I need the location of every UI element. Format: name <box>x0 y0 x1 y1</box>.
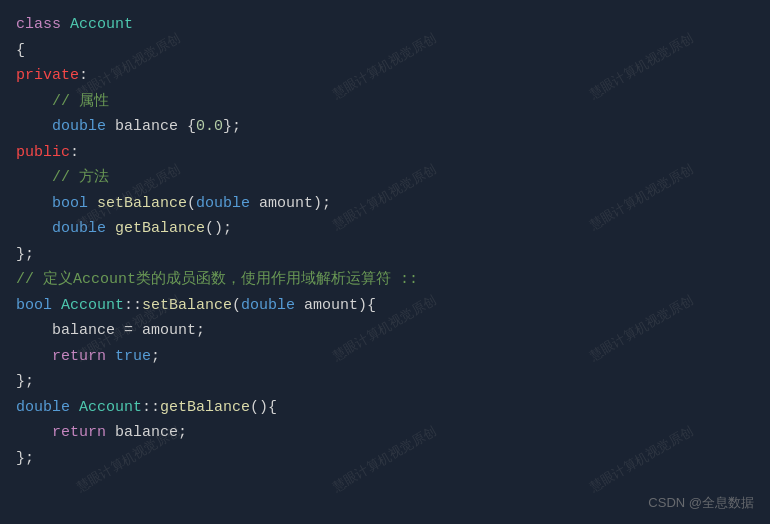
code-token: balance = amount; <box>16 322 205 339</box>
code-token: balance <box>106 118 187 135</box>
code-token: amount){ <box>295 297 376 314</box>
code-line: public: <box>16 140 754 166</box>
code-token <box>16 195 52 212</box>
code-token: ; <box>151 348 160 365</box>
code-token: setBalance <box>97 195 187 212</box>
code-token: : <box>70 144 79 161</box>
code-token <box>88 195 97 212</box>
code-token: public <box>16 144 70 161</box>
code-line: // 定义Account类的成员函数，使用作用域解析运算符 :: <box>16 267 754 293</box>
code-token: { <box>187 118 196 135</box>
code-token: return <box>52 348 106 365</box>
code-token: }; <box>16 246 34 263</box>
code-token: ( <box>232 297 241 314</box>
code-token: Account <box>79 399 142 416</box>
code-token: (){ <box>250 399 277 416</box>
code-token: ( <box>187 195 196 212</box>
code-token: double <box>52 220 106 237</box>
code-token <box>16 348 52 365</box>
code-token: double <box>196 195 250 212</box>
code-token: class <box>16 16 70 33</box>
code-line: // 方法 <box>16 165 754 191</box>
code-line: double balance {0.0}; <box>16 114 754 140</box>
code-line: balance = amount; <box>16 318 754 344</box>
csdn-badge: CSDN @全息数据 <box>648 494 754 512</box>
code-line: bool Account::setBalance(double amount){ <box>16 293 754 319</box>
code-line: }; <box>16 242 754 268</box>
code-container: class Account{private: // 属性 double bala… <box>0 0 770 483</box>
code-token: : <box>79 67 88 84</box>
code-line: private: <box>16 63 754 89</box>
code-token: double <box>52 118 106 135</box>
code-token: (); <box>205 220 232 237</box>
code-token: getBalance <box>160 399 250 416</box>
code-token: Account <box>70 16 133 33</box>
code-token: setBalance <box>142 297 232 314</box>
code-token <box>106 348 115 365</box>
code-line: }; <box>16 446 754 472</box>
code-token <box>16 424 52 441</box>
code-token: 0.0 <box>196 118 223 135</box>
code-token <box>16 220 52 237</box>
code-token: { <box>16 42 25 59</box>
code-token: double <box>16 399 70 416</box>
code-line: bool setBalance(double amount); <box>16 191 754 217</box>
code-token <box>70 399 79 416</box>
code-token <box>16 118 52 135</box>
code-token: // 方法 <box>16 169 109 186</box>
code-line: return true; <box>16 344 754 370</box>
code-token: }; <box>16 373 34 390</box>
code-token <box>106 220 115 237</box>
code-line: return balance; <box>16 420 754 446</box>
code-token: // 属性 <box>16 93 109 110</box>
code-token: }; <box>223 118 241 135</box>
code-line: class Account <box>16 12 754 38</box>
code-token: // 定义Account类的成员函数，使用作用域解析运算符 :: <box>16 271 418 288</box>
code-token: balance; <box>106 424 187 441</box>
code-line: }; <box>16 369 754 395</box>
code-token: private <box>16 67 79 84</box>
code-token <box>52 297 61 314</box>
code-token: bool <box>16 297 52 314</box>
code-token: :: <box>142 399 160 416</box>
code-line: // 属性 <box>16 89 754 115</box>
code-token: amount); <box>250 195 331 212</box>
code-token: return <box>52 424 106 441</box>
code-token: true <box>115 348 151 365</box>
code-token: Account <box>61 297 124 314</box>
code-token: getBalance <box>115 220 205 237</box>
code-token: :: <box>124 297 142 314</box>
code-line: double Account::getBalance(){ <box>16 395 754 421</box>
code-line: double getBalance(); <box>16 216 754 242</box>
code-token: bool <box>52 195 88 212</box>
code-token: double <box>241 297 295 314</box>
code-line: { <box>16 38 754 64</box>
code-token: }; <box>16 450 34 467</box>
